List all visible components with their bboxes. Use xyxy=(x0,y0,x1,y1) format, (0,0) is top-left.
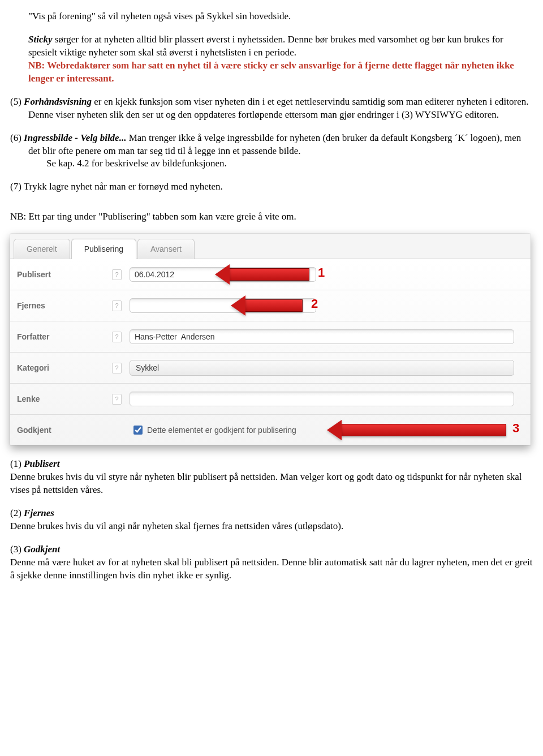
sticky-rest: sørger for at nyheten alltid blir plasse… xyxy=(28,34,503,58)
item5-label: Forhåndsvisning xyxy=(24,96,92,107)
label-godkjent: Godkjent xyxy=(17,425,112,436)
input-fjernes[interactable] xyxy=(130,298,316,313)
desc3-label: Godkjent xyxy=(24,544,60,555)
help-icon[interactable]: ? xyxy=(112,332,122,342)
callout-1: 1 xyxy=(318,264,325,281)
desc1-label: Publisert xyxy=(24,458,59,469)
desc2-prefix: (2) xyxy=(10,508,24,518)
input-publisert[interactable] xyxy=(130,267,316,282)
row-publisert: Publisert ? 1 xyxy=(10,259,531,290)
desc-1: (1) Publisert Denne brukes hvis du vil s… xyxy=(10,458,533,497)
desc3-body: Denne må være huket av for at nyheten sk… xyxy=(10,557,532,581)
publishing-form-screenshot: Generelt Publisering Avansert Publisert … xyxy=(10,234,531,445)
item-5: (5) Forhåndsvisning er en kjekk funksjon… xyxy=(10,96,533,122)
desc1-prefix: (1) xyxy=(10,458,24,469)
item-6: (6) Ingressbilde - Velg bilde... Man tre… xyxy=(10,132,533,171)
item-7: (7) Trykk lagre nyhet når man er fornøyd… xyxy=(10,181,533,194)
help-icon[interactable]: ? xyxy=(112,363,122,373)
sticky-label: Sticky xyxy=(28,34,53,45)
item5-prefix: (5) xyxy=(10,96,24,107)
tab-generelt[interactable]: Generelt xyxy=(14,239,70,259)
label-forfatter: Forfatter xyxy=(17,332,112,342)
checkbox-godkjent-label: Dette elementet er godkjent for publiser… xyxy=(147,425,296,436)
input-forfatter[interactable] xyxy=(130,329,514,344)
item5-rest: er en kjekk funksjon som viser nyheten d… xyxy=(28,96,528,120)
callout-3: 3 xyxy=(512,420,519,437)
help-icon[interactable]: ? xyxy=(112,394,122,405)
desc-3: (3) Godkjent Denne må være huket av for … xyxy=(10,543,533,582)
desc3-prefix: (3) xyxy=(10,544,24,555)
desc-2: (2) Fjernes Denne brukes hvis du vil ang… xyxy=(10,507,533,533)
item6-line2: Se kap. 4.2 for beskrivelse av bildefunk… xyxy=(28,157,533,170)
select-kategori[interactable]: Sykkel xyxy=(130,360,514,376)
row-forfatter: Forfatter ? xyxy=(10,321,531,353)
label-kategori: Kategori xyxy=(17,363,112,373)
label-publisert: Publisert xyxy=(17,269,112,280)
tab-publisering[interactable]: Publisering xyxy=(71,239,136,259)
help-icon[interactable]: ? xyxy=(112,300,122,311)
nb-line: NB: Ett par ting under "Publisering" tab… xyxy=(10,211,533,224)
label-lenke: Lenke xyxy=(17,394,112,405)
tab-bar: Generelt Publisering Avansert xyxy=(10,234,531,259)
help-icon[interactable]: ? xyxy=(112,269,122,280)
arrow-shaft xyxy=(342,424,506,436)
tab-avansert[interactable]: Avansert xyxy=(137,239,195,259)
input-lenke[interactable] xyxy=(130,392,514,406)
desc1-body: Denne brukes hvis du vil styre når nyhet… xyxy=(10,471,522,495)
intro-line1: "Vis på forening" så vil nyheten også vi… xyxy=(10,10,533,23)
item6-prefix: (6) xyxy=(10,132,24,143)
label-fjernes: Fjernes xyxy=(17,300,112,311)
desc2-body: Denne brukes hvis du vil angi når nyhete… xyxy=(10,521,343,531)
row-godkjent: Godkjent Dette elementet er godkjent for… xyxy=(10,415,531,445)
row-kategori: Kategori ? Sykkel xyxy=(10,353,531,384)
desc2-label: Fjernes xyxy=(24,508,54,518)
item6-label: Ingressbilde - Velg bilde... xyxy=(24,132,126,143)
row-fjernes: Fjernes ? 2 xyxy=(10,290,531,321)
sticky-warning: NB: Webredaktører som har satt en nyhet … xyxy=(28,60,514,84)
callout-2: 2 xyxy=(311,295,318,312)
arrow-left-icon xyxy=(327,420,342,440)
row-lenke: Lenke ? xyxy=(10,384,531,415)
checkbox-godkjent[interactable] xyxy=(133,426,143,435)
sticky-paragraph: Sticky sørger for at nyheten alltid blir… xyxy=(10,33,533,85)
form-body: Publisert ? 1 Fjernes ? 2 Forfatter ? xyxy=(10,259,531,445)
